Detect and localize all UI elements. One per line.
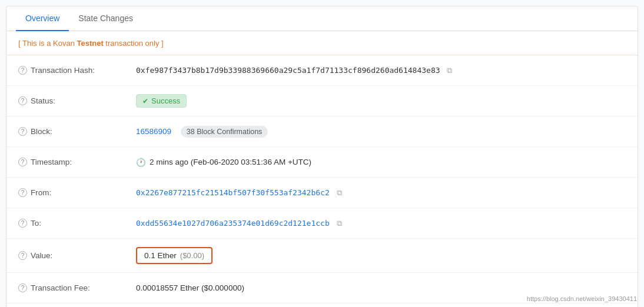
fee-value: 0.00018557 Ether ($0.000000) bbox=[136, 283, 626, 292]
confirmations-badge: 38 Block Confirmations bbox=[181, 126, 268, 138]
value-box: 0.1 Ether ($0.00) bbox=[136, 247, 213, 264]
tabs-bar: Overview State Changes bbox=[6, 6, 638, 31]
testnet-banner: [ This is a Kovan Testnet transaction on… bbox=[6, 31, 638, 55]
help-icon-from[interactable]: ? bbox=[18, 188, 27, 197]
value-value: 0.1 Ether ($0.00) bbox=[136, 247, 626, 264]
help-icon-value[interactable]: ? bbox=[18, 251, 27, 260]
timestamp-value: 🕐 2 mins ago (Feb-06-2020 03:51:36 AM +U… bbox=[136, 158, 626, 167]
block-value: 16586909 38 Block Confirmations bbox=[136, 126, 626, 138]
timestamp-label: ? Timestamp: bbox=[18, 158, 136, 166]
help-icon-to[interactable]: ? bbox=[18, 219, 27, 228]
ether-amount: 0.1 Ether bbox=[144, 251, 177, 260]
help-icon-block[interactable]: ? bbox=[18, 127, 27, 136]
hash-text: 0xfe987f3437b8b17d9b33988369660a29c5a1f7… bbox=[136, 66, 440, 75]
help-icon-timestamp[interactable]: ? bbox=[18, 158, 27, 166]
to-row: ? To: 0xdd55634e1027d706a235374e01d69c2d… bbox=[6, 208, 638, 239]
clock-icon: 🕐 bbox=[136, 158, 146, 167]
value-label: ? Value: bbox=[18, 251, 136, 260]
testnet-banner-text: [ This is a Kovan Testnet transaction on… bbox=[18, 39, 164, 48]
from-row: ? From: 0x2267e877215fc21514bf507f30f553… bbox=[6, 178, 638, 208]
to-label: ? To: bbox=[18, 219, 136, 228]
transaction-container: Overview State Changes [ This is a Kovan… bbox=[6, 6, 638, 307]
tab-state-changes[interactable]: State Changes bbox=[69, 6, 142, 31]
status-row: ? Status: ✔ Success bbox=[6, 86, 638, 116]
copy-hash-icon[interactable]: ⧉ bbox=[447, 66, 452, 75]
transaction-hash-label: ? Transaction Hash: bbox=[18, 66, 136, 75]
help-icon-fee[interactable]: ? bbox=[18, 283, 27, 292]
tab-content: [ This is a Kovan Testnet transaction on… bbox=[6, 31, 638, 307]
status-label: ? Status: bbox=[18, 96, 136, 105]
copy-from-icon[interactable]: ⧉ bbox=[337, 188, 342, 198]
block-row: ? Block: 16586909 38 Block Confirmations bbox=[6, 116, 638, 147]
transaction-hash-row: ? Transaction Hash: 0xfe987f3437b8b17d9b… bbox=[6, 55, 638, 86]
fee-label: ? Transaction Fee: bbox=[18, 283, 136, 292]
block-label: ? Block: bbox=[18, 127, 136, 136]
usd-amount: ($0.00) bbox=[180, 251, 204, 260]
copy-to-icon[interactable]: ⧉ bbox=[337, 219, 342, 228]
to-value: 0xdd55634e1027d706a235374e01d69c2d121e1c… bbox=[136, 219, 626, 228]
from-label: ? From: bbox=[18, 188, 136, 197]
check-icon: ✔ bbox=[142, 97, 148, 105]
block-number-link[interactable]: 16586909 bbox=[136, 127, 171, 136]
tab-overview[interactable]: Overview bbox=[16, 6, 69, 31]
value-row: ? Value: 0.1 Ether ($0.00) bbox=[6, 239, 638, 273]
help-icon-status[interactable]: ? bbox=[18, 96, 27, 105]
transaction-hash-value: 0xfe987f3437b8b17d9b33988369660a29c5a1f7… bbox=[136, 66, 626, 75]
status-badge: ✔ Success bbox=[136, 94, 187, 108]
timestamp-row: ? Timestamp: 🕐 2 mins ago (Feb-06-2020 0… bbox=[6, 147, 638, 178]
status-value: ✔ Success bbox=[136, 94, 626, 108]
click-more-section: Click to see More ▼ bbox=[6, 303, 638, 307]
watermark: https://blog.csdn.net/weixin_39430411 bbox=[527, 295, 637, 302]
from-value: 0x2267e877215fc21514bf507f30f553af2342b6… bbox=[136, 188, 626, 198]
help-icon-txhash[interactable]: ? bbox=[18, 66, 27, 75]
from-address-link[interactable]: 0x2267e877215fc21514bf507f30f553af2342b6… bbox=[136, 188, 330, 197]
to-address-link[interactable]: 0xdd55634e1027d706a235374e01d69c2d121e1c… bbox=[136, 219, 330, 228]
testnet-bold: Testnet bbox=[77, 39, 103, 48]
